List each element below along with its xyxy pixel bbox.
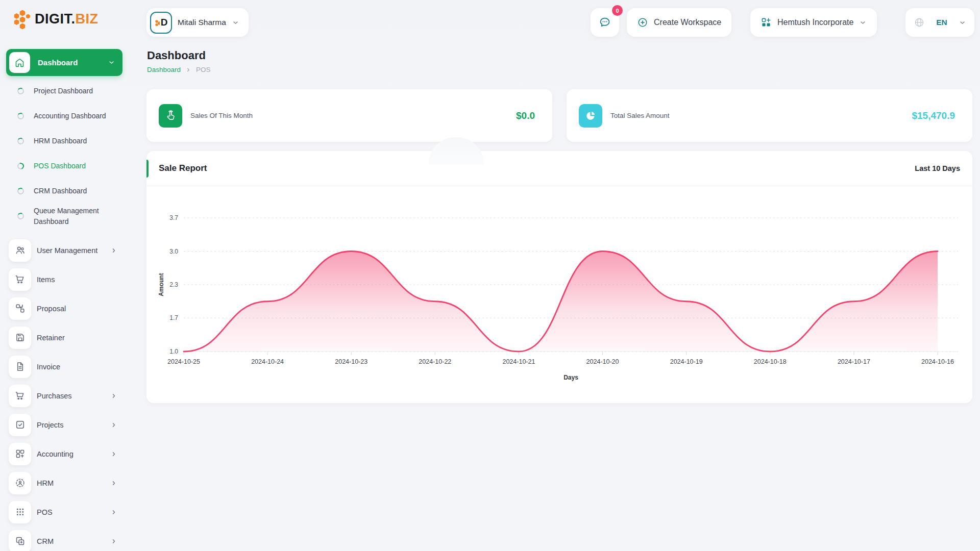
sidebar-subitem[interactable]: CRM Dashboard bbox=[0, 179, 138, 204]
sidebar-item-label: Items bbox=[37, 276, 55, 284]
sidebar-subitem[interactable]: Accounting Dashboard bbox=[0, 104, 138, 129]
sidebar-subitem[interactable]: POS Dashboard bbox=[0, 154, 138, 179]
report-header: Sale Report Last 10 Days bbox=[146, 151, 972, 186]
sidebar-subitem-label: Project Dashboard bbox=[34, 86, 107, 96]
chevron-right-icon bbox=[110, 538, 117, 545]
create-workspace-button[interactable]: Create Workspace bbox=[627, 8, 731, 37]
stat-card: Total Sales Amount $15,470.9 bbox=[567, 89, 972, 142]
svg-text:2024-10-25: 2024-10-25 bbox=[167, 358, 200, 365]
sidebar-item[interactable]: Invoice bbox=[0, 352, 138, 381]
stat-cards: Sales Of This Month $0.0 Total Sales Amo… bbox=[146, 89, 972, 142]
chevron-right-icon bbox=[110, 421, 117, 429]
sidebar-item[interactable]: Accounting bbox=[0, 439, 138, 468]
sidebar-item[interactable]: Projects bbox=[0, 410, 138, 439]
chevron-down-icon bbox=[232, 19, 239, 27]
chevron-down-icon bbox=[108, 59, 115, 66]
svg-text:3.7: 3.7 bbox=[169, 214, 178, 221]
chevron-right-icon bbox=[110, 392, 117, 399]
svg-text:3.0: 3.0 bbox=[169, 248, 178, 255]
sidebar-item-label: Purchases bbox=[37, 392, 72, 400]
sidebar-item-icon bbox=[9, 385, 31, 407]
chevron-right-icon bbox=[110, 480, 117, 487]
report-range-label: Last 10 Days bbox=[915, 164, 960, 172]
logo-hexagons-icon bbox=[13, 8, 31, 30]
svg-text:2024-10-18: 2024-10-18 bbox=[754, 358, 787, 365]
stat-label: Sales Of This Month bbox=[190, 112, 253, 119]
sidebar-subitem-label: Accounting Dashboard bbox=[34, 111, 120, 121]
sidebar-item-label: User Management bbox=[37, 246, 97, 255]
language-code: EN bbox=[936, 18, 947, 27]
sidebar-item-icon bbox=[9, 414, 31, 436]
svg-text:2024-10-23: 2024-10-23 bbox=[335, 358, 368, 365]
sidebar-item-label: HRM bbox=[37, 479, 54, 487]
sidebar-item[interactable]: Purchases bbox=[0, 381, 138, 410]
sidebar-subitem-label: POS Dashboard bbox=[34, 161, 100, 171]
svg-text:2.3: 2.3 bbox=[169, 281, 178, 288]
donut-icon bbox=[16, 162, 25, 170]
sidebar-item-icon bbox=[9, 239, 31, 262]
stat-value: $0.0 bbox=[516, 110, 535, 121]
accent-bar bbox=[146, 160, 149, 178]
sidebar-item-label: Accounting bbox=[37, 450, 74, 458]
sidebar-subitem-label: CRM Dashboard bbox=[34, 186, 101, 196]
workspace-user-selector[interactable]: D Mitali Sharma bbox=[146, 8, 249, 37]
donut-icon bbox=[17, 212, 24, 220]
language-selector[interactable]: EN bbox=[905, 8, 974, 37]
donut-icon bbox=[17, 112, 24, 120]
stat-card: Sales Of This Month $0.0 bbox=[146, 89, 552, 142]
user-name: Mitali Sharma bbox=[178, 18, 226, 27]
avatar: D bbox=[150, 12, 172, 34]
chat-badge: 0 bbox=[612, 5, 623, 16]
svg-text:2024-10-17: 2024-10-17 bbox=[838, 358, 870, 365]
chevron-down-icon bbox=[959, 19, 966, 27]
sale-report-chart[interactable]: 1.01.72.33.03.72024-10-252024-10-242024-… bbox=[154, 190, 965, 396]
sidebar-subitem[interactable]: HRM Dashboard bbox=[0, 129, 138, 154]
app-logo: DIGIT.BIZ bbox=[13, 8, 99, 30]
sidebar-subitem[interactable]: Project Dashboard bbox=[0, 79, 138, 104]
sidebar-item-label: Invoice bbox=[37, 363, 60, 371]
chevron-right-icon bbox=[185, 67, 191, 73]
sidebar-item-icon bbox=[9, 327, 31, 349]
company-name: Hemtush Incorporate bbox=[777, 18, 853, 27]
sidebar-subitem-label: HRM Dashboard bbox=[34, 136, 101, 146]
breadcrumb-root[interactable]: Dashboard bbox=[147, 66, 181, 73]
svg-text:Amount: Amount bbox=[158, 273, 165, 296]
sidebar-item[interactable]: CRM bbox=[0, 527, 138, 551]
main-content: Dashboard Dashboard POS Sales Of This Mo… bbox=[146, 45, 972, 551]
sidebar-item-dashboard[interactable]: Dashboard bbox=[6, 49, 122, 76]
company-selector[interactable]: Hemtush Incorporate bbox=[750, 8, 877, 37]
svg-text:2024-10-24: 2024-10-24 bbox=[251, 358, 284, 365]
svg-text:1.7: 1.7 bbox=[169, 314, 178, 321]
sidebar-subitem[interactable]: Queue Management Dashboard bbox=[0, 204, 138, 229]
sidebar-item-icon bbox=[9, 530, 31, 551]
sidebar-item-icon bbox=[9, 356, 31, 378]
stat-label: Total Sales Amount bbox=[610, 112, 670, 119]
sidebar-item-label: POS bbox=[37, 508, 53, 516]
avatar-letter: D bbox=[161, 17, 168, 28]
chevron-right-icon bbox=[110, 247, 117, 254]
chevron-right-icon bbox=[110, 450, 117, 458]
svg-text:Days: Days bbox=[564, 374, 578, 381]
sidebar-item-icon bbox=[9, 268, 31, 291]
sidebar-item-label: Proposal bbox=[37, 305, 66, 313]
chat-button[interactable]: 0 bbox=[591, 8, 619, 37]
create-workspace-label: Create Workspace bbox=[654, 18, 721, 27]
logo-text: DIGIT.BIZ bbox=[35, 11, 99, 27]
sidebar-item[interactable]: Proposal bbox=[0, 294, 138, 323]
plus-circle-icon bbox=[637, 17, 648, 28]
sidebar-item[interactable]: Items bbox=[0, 265, 138, 294]
stat-icon bbox=[159, 104, 182, 128]
svg-text:2024-10-16: 2024-10-16 bbox=[921, 358, 954, 365]
sidebar-item[interactable]: Retainer bbox=[0, 323, 138, 352]
sidebar-item-icon bbox=[9, 297, 31, 320]
sidebar-item-label: CRM bbox=[37, 537, 54, 545]
sidebar-item[interactable]: POS bbox=[0, 497, 138, 527]
sale-report-card: Sale Report Last 10 Days 1.01.72.33.03.7… bbox=[146, 151, 972, 403]
home-icon bbox=[9, 52, 30, 73]
sidebar-item[interactable]: User Management bbox=[0, 236, 138, 265]
sidebar-item[interactable]: HRM bbox=[0, 468, 138, 497]
element-plus-icon bbox=[761, 17, 772, 28]
stat-value: $15,470.9 bbox=[912, 110, 955, 121]
breadcrumb: Dashboard POS bbox=[147, 66, 211, 73]
sidebar: Dashboard Project Dashboard Accounting D… bbox=[0, 45, 138, 551]
